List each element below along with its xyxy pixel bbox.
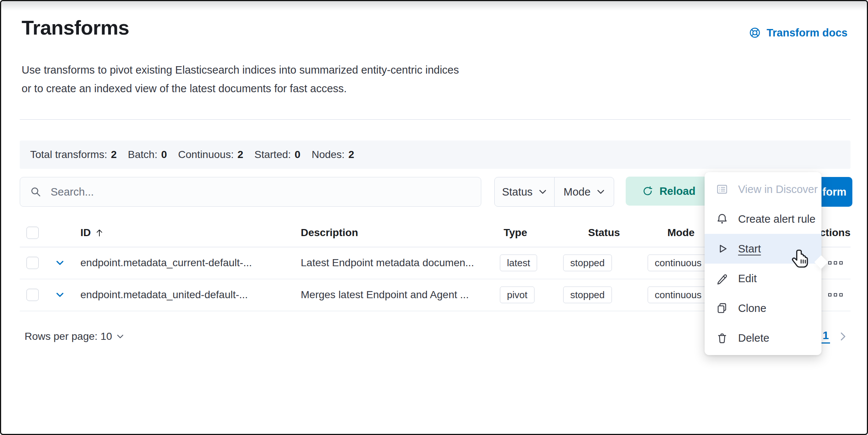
mode-filter-label: Mode — [564, 186, 591, 198]
reload-button[interactable]: Reload — [626, 177, 711, 206]
row-actions-button[interactable] — [828, 261, 843, 265]
chevron-down-icon — [539, 188, 547, 196]
cell-description: Merges latest Endpoint and Agent ... — [301, 289, 469, 301]
header-divider — [20, 119, 851, 120]
column-header-status: Status — [588, 227, 620, 239]
create-transform-visible-label: form — [823, 186, 846, 198]
cell-description: Latest Endpoint metadata documen... — [301, 257, 474, 269]
page-description: Use transforms to pivot existing Elastic… — [22, 61, 459, 98]
sort-ascending-icon — [95, 228, 104, 238]
description-line-2: or to create an indexed view of the late… — [22, 83, 347, 94]
type-badge: pivot — [500, 287, 534, 303]
trash-icon — [716, 332, 728, 344]
status-filter-label: Status — [502, 186, 533, 198]
menu-item-start[interactable]: Start — [705, 234, 821, 264]
copy-icon — [716, 302, 728, 315]
menu-item-view-in-discover[interactable]: View in Discover — [705, 174, 821, 204]
play-icon — [716, 242, 728, 255]
stat-started: Started:0 — [255, 149, 301, 161]
filter-group: Status Mode — [494, 177, 614, 207]
search-input[interactable] — [50, 186, 471, 199]
type-badge: latest — [500, 255, 537, 271]
page-number-1[interactable]: 1 — [821, 329, 830, 344]
rows-per-page-label: Rows per page: 10 — [25, 331, 112, 342]
search-box — [20, 177, 481, 207]
status-filter[interactable]: Status — [495, 177, 554, 206]
status-badge: stopped — [563, 255, 612, 271]
search-icon — [30, 186, 42, 198]
menu-item-create-alert-rule[interactable]: Create alert rule — [705, 204, 821, 234]
row-checkbox[interactable] — [26, 257, 39, 269]
stat-total-transforms: Total transforms:2 — [30, 149, 117, 161]
select-all-checkbox[interactable] — [26, 227, 39, 239]
menu-item-clone[interactable]: Clone — [705, 293, 821, 323]
expand-row-chevron-icon[interactable] — [55, 290, 65, 300]
column-header-type: Type — [504, 227, 527, 239]
next-page-chevron-icon[interactable] — [838, 331, 848, 342]
help-ring-icon — [749, 26, 761, 39]
chevron-down-icon — [597, 188, 605, 196]
column-header-id[interactable]: ID — [80, 227, 104, 239]
pencil-icon — [716, 272, 728, 285]
reload-label: Reload — [660, 185, 696, 197]
row-actions-context-menu: View in Discover Create alert rule Start — [705, 172, 821, 355]
menu-item-edit[interactable]: Edit — [705, 264, 821, 293]
bell-icon — [716, 213, 728, 225]
status-badge: stopped — [563, 287, 612, 303]
mode-badge: continuous — [648, 287, 709, 303]
transform-docs-link[interactable]: Transform docs — [749, 26, 848, 39]
mode-badge: continuous — [648, 255, 709, 271]
top-scroll-shadow — [1, 1, 867, 11]
stat-batch: Batch:0 — [128, 149, 167, 161]
row-checkbox[interactable] — [26, 289, 39, 301]
column-header-description: Description — [301, 227, 358, 239]
stat-nodes: Nodes:2 — [312, 149, 354, 161]
cell-id: endpoint.metadata_current-default-... — [80, 257, 252, 269]
cell-id: endpoint.metadata_united-default-... — [80, 289, 248, 301]
rows-per-page-control[interactable]: Rows per page: 10 — [25, 331, 124, 342]
refresh-icon — [642, 185, 654, 197]
transform-docs-label: Transform docs — [766, 27, 848, 39]
chevron-down-icon — [117, 333, 124, 340]
stat-continuous: Continuous:2 — [178, 149, 243, 161]
stats-bar: Total transforms:2 Batch:0 Continuous:2 … — [20, 141, 851, 169]
menu-item-delete[interactable]: Delete — [705, 323, 821, 353]
mode-filter[interactable]: Mode — [554, 177, 614, 206]
page-title: Transforms — [22, 16, 129, 39]
row-actions-button[interactable] — [828, 293, 843, 297]
expand-row-chevron-icon[interactable] — [55, 258, 65, 268]
transforms-page: Transforms Transform docs Use transforms… — [0, 0, 868, 435]
column-header-mode: Mode — [667, 227, 695, 239]
table-list-icon — [716, 183, 728, 196]
description-line-1: Use transforms to pivot existing Elastic… — [22, 64, 459, 76]
